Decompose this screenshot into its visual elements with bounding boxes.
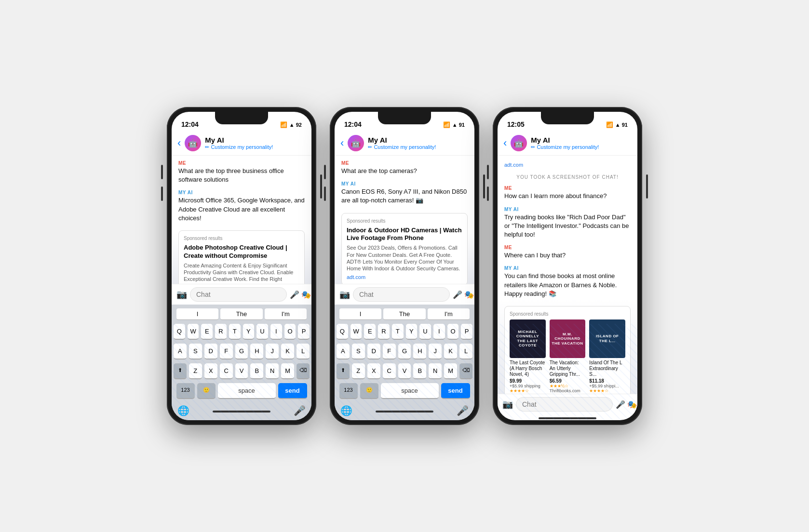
- key-o[interactable]: O: [447, 324, 459, 340]
- key-s[interactable]: S: [189, 344, 202, 359]
- back-button[interactable]: ‹: [503, 137, 507, 149]
- send-key[interactable]: send: [441, 383, 470, 399]
- key-i[interactable]: I: [433, 324, 445, 340]
- key-h[interactable]: H: [413, 344, 426, 359]
- keyboard-mic-icon[interactable]: 🎤: [457, 405, 469, 416]
- key-e[interactable]: E: [201, 324, 213, 340]
- vol-down-button[interactable]: [324, 186, 326, 201]
- camera-icon[interactable]: 📷: [176, 289, 187, 300]
- key-x[interactable]: X: [204, 363, 217, 379]
- key-g[interactable]: G: [235, 344, 248, 359]
- ad-title[interactable]: Adobe Photoshop Creative Cloud | Create …: [184, 244, 299, 260]
- sticker-icon[interactable]: 🎭: [301, 290, 311, 299]
- key-t[interactable]: T: [229, 324, 241, 340]
- space-key[interactable]: space: [381, 383, 439, 399]
- key-a[interactable]: A: [174, 344, 187, 359]
- mic-icon[interactable]: 🎤: [616, 400, 625, 409]
- key-k[interactable]: K: [444, 344, 457, 359]
- key-e[interactable]: E: [364, 324, 376, 340]
- key-j[interactable]: J: [266, 344, 279, 359]
- mic-icon[interactable]: 🎤: [290, 290, 299, 299]
- product-card[interactable]: MICHAEL CONNELLY THE LAST COYOTE The Las…: [510, 319, 546, 394]
- camera-icon[interactable]: 📷: [339, 289, 350, 300]
- key-d[interactable]: D: [204, 344, 217, 359]
- key-p[interactable]: P: [298, 324, 310, 340]
- suggestion-im[interactable]: I'm: [265, 308, 307, 320]
- key-z[interactable]: Z: [189, 363, 202, 379]
- key-f[interactable]: F: [383, 344, 396, 359]
- ad-url[interactable]: adt.com: [347, 274, 462, 280]
- key-y[interactable]: Y: [243, 324, 255, 340]
- customize-link[interactable]: ✏ Customize my personality!: [205, 144, 306, 150]
- key-w[interactable]: W: [188, 324, 199, 340]
- num-key[interactable]: 123: [176, 383, 195, 399]
- suggestion-i[interactable]: I: [339, 308, 381, 320]
- key-f[interactable]: F: [220, 344, 233, 359]
- shift-key[interactable]: ⬆: [174, 363, 187, 379]
- key-l[interactable]: L: [459, 344, 472, 359]
- key-m[interactable]: M: [281, 363, 294, 379]
- top-url[interactable]: adt.com: [504, 161, 631, 169]
- key-c[interactable]: C: [383, 363, 396, 379]
- key-o[interactable]: O: [284, 324, 296, 340]
- sticker-icon[interactable]: 🎭: [627, 400, 637, 409]
- key-s[interactable]: S: [352, 344, 365, 359]
- power-button[interactable]: [320, 174, 322, 199]
- key-b[interactable]: B: [413, 363, 426, 379]
- key-d[interactable]: D: [367, 344, 380, 359]
- key-m[interactable]: M: [444, 363, 457, 379]
- key-q[interactable]: Q: [174, 324, 185, 340]
- key-x[interactable]: X: [367, 363, 380, 379]
- key-b[interactable]: B: [250, 363, 263, 379]
- key-n[interactable]: N: [429, 363, 442, 379]
- chat-input[interactable]: [190, 287, 287, 302]
- num-key[interactable]: 123: [339, 383, 358, 399]
- mic-icon[interactable]: 🎤: [453, 290, 462, 299]
- customize-link[interactable]: ✏ Customize my personality!: [531, 144, 632, 150]
- key-z[interactable]: Z: [352, 363, 365, 379]
- key-u[interactable]: U: [419, 324, 431, 340]
- delete-key[interactable]: ⌫: [297, 363, 310, 379]
- vol-up-button[interactable]: [161, 165, 163, 179]
- key-n[interactable]: N: [266, 363, 279, 379]
- product-card[interactable]: ISLAND OF THE L... Island Of The L Extra…: [589, 319, 625, 394]
- customize-link[interactable]: ✏ Customize my personality!: [368, 144, 469, 150]
- globe-icon[interactable]: 🌐: [340, 405, 352, 416]
- chat-input[interactable]: [516, 397, 613, 412]
- suggestion-the[interactable]: The: [220, 308, 262, 320]
- globe-icon[interactable]: 🌐: [177, 405, 189, 416]
- back-button[interactable]: ‹: [177, 137, 181, 149]
- emoji-key[interactable]: 🙂: [360, 383, 378, 399]
- space-key[interactable]: space: [218, 383, 276, 399]
- vol-down-button[interactable]: [487, 186, 489, 201]
- key-v[interactable]: V: [398, 363, 411, 379]
- key-r[interactable]: R: [215, 324, 227, 340]
- suggestion-im[interactable]: I'm: [428, 308, 470, 320]
- suggestion-i[interactable]: I: [176, 308, 218, 320]
- key-u[interactable]: U: [256, 324, 268, 340]
- delete-key[interactable]: ⌫: [459, 363, 472, 379]
- power-button[interactable]: [646, 174, 648, 199]
- camera-icon[interactable]: 📷: [502, 399, 513, 410]
- vol-up-button[interactable]: [324, 165, 326, 179]
- shift-key[interactable]: ⬆: [337, 363, 350, 379]
- key-r[interactable]: R: [378, 324, 390, 340]
- key-a[interactable]: A: [337, 344, 350, 359]
- send-key[interactable]: send: [278, 383, 307, 399]
- key-l[interactable]: L: [297, 344, 310, 359]
- key-w[interactable]: W: [351, 324, 362, 340]
- suggestion-the[interactable]: The: [383, 308, 425, 320]
- product-card[interactable]: M.M. CHOUINARD THE VACATION The Vacation…: [550, 319, 586, 394]
- key-g[interactable]: G: [398, 344, 411, 359]
- key-k[interactable]: K: [281, 344, 294, 359]
- ad-title[interactable]: Indoor & Outdoor HD Cameras | Watch Live…: [347, 226, 462, 243]
- vol-up-button[interactable]: [487, 165, 489, 179]
- key-h[interactable]: H: [250, 344, 263, 359]
- vol-down-button[interactable]: [161, 186, 163, 201]
- keyboard-mic-icon[interactable]: 🎤: [294, 405, 306, 416]
- key-p[interactable]: P: [461, 324, 472, 340]
- key-c[interactable]: C: [220, 363, 233, 379]
- key-q[interactable]: Q: [337, 324, 348, 340]
- key-v[interactable]: V: [235, 363, 248, 379]
- back-button[interactable]: ‹: [340, 137, 344, 149]
